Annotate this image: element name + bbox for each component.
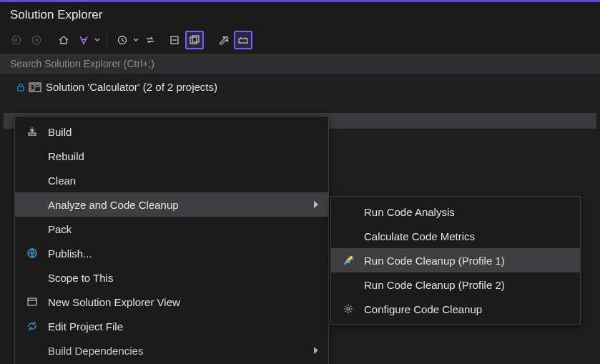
- build-icon: [22, 126, 42, 137]
- svg-point-16: [347, 308, 350, 310]
- submenu-configure-label: Configure Code Cleanup: [358, 303, 570, 315]
- svg-rect-9: [31, 84, 34, 90]
- menu-publish[interactable]: Publish...: [15, 241, 328, 265]
- menu-publish-label: Publish...: [42, 247, 318, 260]
- panel-title: Solution Explorer: [0, 2, 600, 29]
- menu-analyze-label: Analyze and Code Cleanup: [42, 199, 314, 211]
- submenu-cleanup-p1[interactable]: Run Code Cleanup (Profile 1): [331, 248, 580, 272]
- search-input[interactable]: Search Solution Explorer (Ctrl+;): [0, 54, 600, 74]
- submenu-calc-metrics-label: Calculate Code Metrics: [358, 230, 570, 242]
- context-menu: Build Rebuild Clean Analyze and Code Cle…: [14, 116, 329, 364]
- sync-button[interactable]: [141, 31, 159, 49]
- edit-icon: [22, 320, 42, 332]
- menu-analyze-cleanup[interactable]: Analyze and Code Cleanup: [15, 192, 328, 217]
- submenu-run-analysis-label: Run Code Analysis: [358, 206, 570, 218]
- menu-build-label: Build: [42, 126, 318, 138]
- submenu-cleanup-p2[interactable]: Run Code Cleanup (Profile 2): [331, 272, 580, 297]
- pending-changes-dropdown[interactable]: [132, 31, 139, 49]
- submenu-cleanup-p1-label: Run Code Cleanup (Profile 1): [358, 255, 570, 267]
- submenu-configure[interactable]: Configure Code Cleanup: [331, 297, 580, 321]
- svg-rect-11: [29, 133, 36, 135]
- menu-pack[interactable]: Pack: [15, 217, 328, 241]
- analyze-submenu: Run Code Analysis Calculate Code Metrics…: [330, 196, 581, 325]
- menu-edit-project[interactable]: Edit Project File: [15, 314, 328, 338]
- globe-icon: [22, 247, 42, 259]
- menu-build[interactable]: Build: [15, 119, 328, 144]
- preview-selected-button[interactable]: [234, 31, 252, 49]
- submenu-run-analysis[interactable]: Run Code Analysis: [331, 200, 580, 224]
- menu-rebuild-label: Rebuild: [42, 150, 318, 162]
- svg-point-0: [12, 36, 20, 44]
- broom-icon: [338, 254, 358, 267]
- pending-changes-filter-button[interactable]: [113, 31, 132, 49]
- svg-point-1: [32, 36, 40, 44]
- svg-rect-6: [239, 39, 247, 43]
- submenu-arrow-icon: [314, 347, 318, 354]
- svg-rect-4: [190, 37, 197, 44]
- back-button[interactable]: [7, 31, 26, 49]
- menu-clean-label: Clean: [42, 174, 318, 187]
- menu-scope-label: Scope to This: [42, 272, 318, 284]
- submenu-cleanup-p2-label: Run Code Cleanup (Profile 2): [358, 279, 570, 291]
- switch-views-button[interactable]: [74, 31, 93, 49]
- new-view-icon: [22, 296, 42, 308]
- toolbar: [0, 29, 600, 54]
- menu-scope[interactable]: Scope to This: [15, 265, 328, 290]
- menu-new-view-label: New Solution Explorer View: [42, 296, 318, 308]
- menu-build-deps[interactable]: Build Dependencies: [15, 338, 328, 363]
- home-button[interactable]: [54, 31, 73, 49]
- gear-icon: [338, 303, 358, 315]
- solution-tree: Solution 'Calculator' (2 of 2 projects): [0, 74, 600, 100]
- collapse-all-button[interactable]: [165, 31, 184, 49]
- submenu-arrow-icon: [314, 201, 318, 208]
- properties-button[interactable]: [214, 31, 232, 49]
- svg-point-15: [353, 258, 354, 260]
- solution-icon: [29, 82, 41, 92]
- svg-rect-10: [36, 84, 39, 87]
- menu-clean[interactable]: Clean: [15, 168, 328, 192]
- menu-new-view[interactable]: New Solution Explorer View: [15, 290, 328, 314]
- submenu-calc-metrics[interactable]: Calculate Code Metrics: [331, 224, 580, 248]
- show-all-files-button[interactable]: [185, 31, 204, 49]
- forward-button[interactable]: [27, 31, 46, 49]
- solution-node[interactable]: Solution 'Calculator' (2 of 2 projects): [0, 78, 600, 96]
- menu-rebuild[interactable]: Rebuild: [15, 144, 328, 168]
- svg-rect-7: [18, 87, 24, 91]
- menu-pack-label: Pack: [42, 223, 318, 235]
- menu-edit-project-label: Edit Project File: [42, 320, 318, 333]
- menu-build-deps-label: Build Dependencies: [42, 345, 314, 357]
- svg-rect-5: [192, 36, 199, 42]
- switch-views-dropdown[interactable]: [94, 31, 101, 49]
- svg-rect-13: [28, 298, 36, 305]
- solution-label: Solution 'Calculator' (2 of 2 projects): [46, 81, 217, 93]
- lock-icon: [17, 83, 24, 92]
- svg-point-14: [351, 256, 353, 257]
